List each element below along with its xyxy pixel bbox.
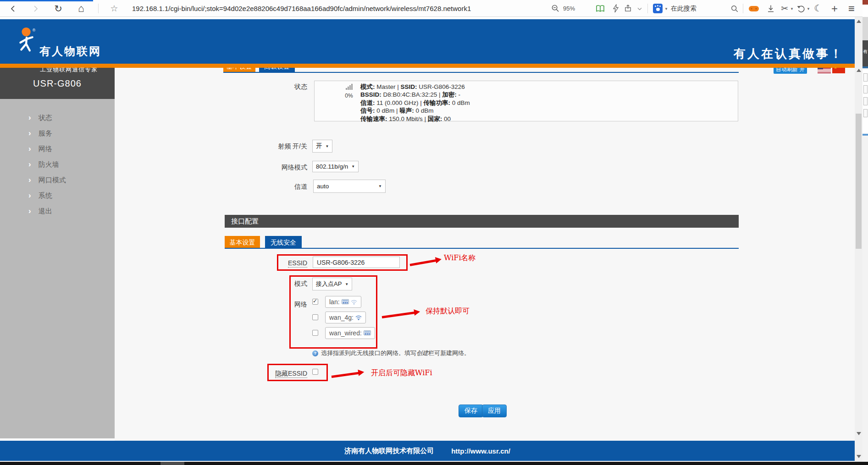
background-window-sliver: 有 [862, 0, 868, 465]
signal-percent: 0% [342, 93, 356, 99]
menu-icon[interactable]: ≡ [845, 0, 858, 17]
zoom-level[interactable]: 95% [563, 0, 575, 17]
tab-underline [223, 72, 739, 73]
refresh-icon[interactable]: ↻ [50, 0, 66, 17]
apply-button[interactable]: 应用 [482, 405, 507, 417]
sidebar-item-label: 退出 [39, 207, 52, 215]
annotation-box-essid [277, 254, 408, 271]
accent-bar [0, 64, 855, 68]
sidebar-item-防火墙[interactable]: ›防火墙 [0, 157, 115, 172]
signal-indicator: 0% [342, 83, 356, 99]
sidebar: ›状态›服务›网络›防火墙›网口模式›系统›退出 [0, 99, 115, 438]
sidebar-item-label: 服务 [39, 129, 52, 137]
tab-loading-indicator [0, 0, 93, 1]
channel-select[interactable]: auto▼ [313, 180, 386, 193]
chevron-right-icon: › [28, 144, 31, 153]
chevron-right-icon: › [28, 160, 31, 169]
brand-name: 有人物联网 [39, 44, 101, 59]
annotation-hide-wifi: 开启后可隐藏WiFi [371, 368, 432, 378]
signal-bars-icon [346, 84, 353, 90]
sidebar-item-系统[interactable]: ›系统 [0, 188, 115, 203]
sidebar-item-状态[interactable]: ›状态 [0, 110, 115, 126]
site-footer: 济南有人物联网技术有限公司 http://www.usr.cn/ [0, 441, 855, 461]
chevron-right-icon: › [28, 175, 31, 184]
sidebar-item-label: 网口模式 [39, 176, 66, 184]
wireless-status-box: 0% 模式: Master | SSID: USR-G806-3226BSSID… [314, 81, 738, 121]
footer-company: 济南有人物联网技术有限公司 [344, 447, 434, 455]
screenshot-scissors-icon[interactable]: ✂ [779, 0, 791, 17]
radio-onoff-value: 开 [316, 142, 322, 150]
back-icon[interactable] [6, 0, 21, 17]
tab-wireless-security[interactable]: 无线安全 [265, 236, 302, 249]
sidebar-item-label: 系统 [39, 191, 52, 199]
flash-icon[interactable] [610, 0, 622, 17]
annotation-wifi-name: WiFi名称 [444, 253, 476, 263]
sidebar-item-网络[interactable]: ›网络 [0, 141, 115, 157]
save-button[interactable]: 保存 [459, 405, 483, 417]
games-icon[interactable] [746, 0, 761, 17]
undo-caret-icon[interactable]: ▾ [806, 0, 811, 17]
tab-basic-settings[interactable]: 基本设置 [225, 236, 260, 249]
status-label: 状态 [248, 83, 307, 91]
footer-website-link[interactable]: http://www.usr.cn/ [451, 447, 510, 455]
sidebar-menu: ›状态›服务›网络›防火墙›网口模式›系统›退出 [0, 110, 115, 219]
new-tab-plus-icon[interactable]: + [828, 0, 841, 17]
sidebar-item-label: 网络 [39, 145, 52, 153]
scroll-up-icon[interactable] [857, 69, 861, 72]
sidebar-item-网口模式[interactable]: ›网口模式 [0, 172, 115, 188]
caret-down-icon: ▼ [326, 144, 329, 148]
sidebar-item-label: 防火墙 [39, 160, 59, 168]
scroll-down-icon[interactable] [857, 455, 861, 458]
sidebar-item-退出[interactable]: ›退出 [0, 203, 115, 219]
radio-onoff-select[interactable]: 开▼ [312, 140, 332, 153]
sidebar-item-服务[interactable]: ›服务 [0, 126, 115, 141]
screen: ↻ ⌂ ☆ 192.168.1.1/cgi-bin/luci/;stok=94d… [0, 0, 868, 465]
paw-dropdown-caret-icon[interactable]: ▾ [663, 0, 669, 17]
help-text: 选择指派到此无线接口的网络。填写创建栏可新建网络。 [321, 349, 470, 357]
status-line: 信号: 0 dBm | 噪声: 0 dBm [360, 107, 470, 115]
reading-mode-icon[interactable] [593, 0, 607, 17]
address-bar[interactable]: 192.168.1.1/cgi-bin/luci/;stok=94d02e2e8… [132, 0, 471, 17]
status-line: 模式: Master | SSID: USR-G806-3226 [360, 83, 470, 91]
caret-down-icon: ▼ [351, 164, 355, 169]
network-mode-select[interactable]: 802.11b/g/n▼ [312, 161, 359, 172]
chevron-right-icon: › [28, 113, 31, 122]
share-icon[interactable] [622, 0, 634, 17]
wireless-status-lines: 模式: Master | SSID: USR-G806-3226BSSID: D… [360, 83, 470, 123]
status-line: 传输速率: 150.0 Mbit/s | 国家: 00 [360, 115, 470, 123]
tab-underline [225, 248, 739, 249]
window-bottom-edge [0, 462, 868, 465]
chevron-right-icon: › [28, 129, 31, 137]
network-mode-label: 网络模式 [248, 164, 307, 172]
channel-value: auto [317, 183, 329, 190]
favorite-star-icon[interactable]: ☆ [106, 0, 122, 17]
chevron-down-icon[interactable] [634, 0, 646, 17]
section-title: 接口配置 [225, 215, 739, 228]
scissors-caret-icon[interactable]: ▾ [790, 0, 794, 17]
undo-icon[interactable] [795, 0, 807, 17]
home-icon[interactable]: ⌂ [73, 0, 89, 17]
usr-logo-icon: ® [13, 26, 41, 55]
scroll-up-icon[interactable] [857, 20, 861, 23]
status-line: 信道: 11 (0.000 GHz) | 传输功率: 0 dBm [360, 99, 470, 107]
annotation-keep-default: 保持默认即可 [426, 306, 470, 316]
paw-logo-icon[interactable] [653, 4, 663, 13]
page-scrollbar[interactable] [855, 17, 862, 462]
scrollbar-thumb[interactable] [856, 114, 862, 249]
scroll-down-icon[interactable] [857, 432, 861, 435]
annotation-box-network [289, 275, 377, 349]
site-header: ® 有人物联网 工业物联网通信专家 有人在认真做事！ 自动刷新 开 ★ [0, 19, 855, 64]
page-search-icon[interactable] [728, 0, 741, 17]
content-area [115, 68, 855, 441]
zoom-out-icon[interactable] [549, 0, 561, 17]
status-line: BSSID: D8:B0:4C:BA:32:25 | 加密: - [360, 91, 470, 98]
radio-onoff-label: 射频 开/关 [248, 142, 307, 151]
download-icon[interactable] [764, 0, 778, 17]
chevron-right-icon: › [28, 207, 31, 215]
search-input[interactable]: 在此搜索 [671, 0, 697, 17]
forward-icon[interactable] [28, 0, 43, 17]
night-mode-icon[interactable]: ☾ [812, 0, 824, 17]
header-motto: 有人在认真做事！ [734, 46, 840, 62]
browser-toolbar: ↻ ⌂ ☆ 192.168.1.1/cgi-bin/luci/;stok=94d… [0, 0, 862, 17]
divider [647, 4, 648, 13]
